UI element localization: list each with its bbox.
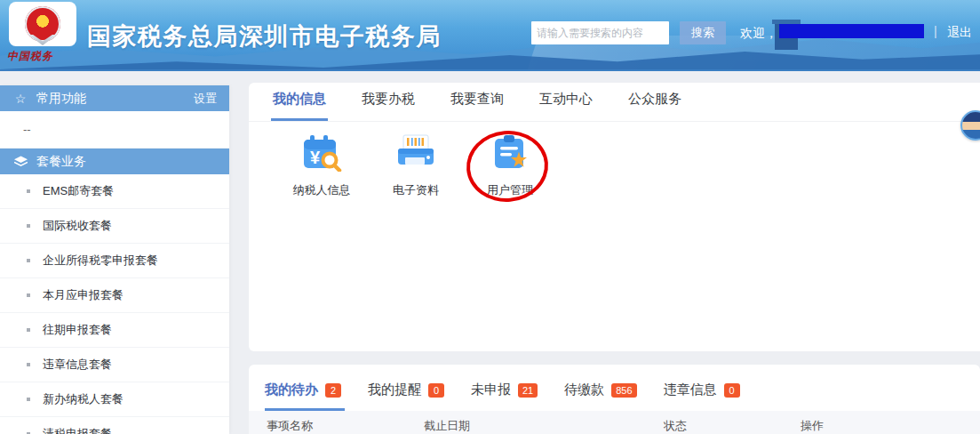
sidebar-item-past-period-filing-package[interactable]: 往期申报套餐: [0, 313, 229, 348]
header-divider: |: [934, 24, 937, 38]
national-tax-emblem-icon: [25, 6, 60, 42]
sidebar-item-label: 新办纳税人套餐: [43, 391, 123, 407]
column-header-deadline: 截止日期: [424, 418, 664, 434]
tax-bureau-logo: [9, 2, 76, 46]
bullet-icon: [27, 328, 30, 332]
shortcut-label: 电子资料: [393, 182, 439, 198]
bullet-icon: [27, 398, 30, 401]
shortcut-label: 纳税人信息: [293, 182, 351, 198]
sidebar-item-label: 清税申报套餐: [43, 426, 112, 434]
todo-tab-label: 待缴款: [564, 382, 604, 398]
star-icon: ☆: [12, 92, 28, 105]
main-tab-bar: 我的信息 我要办税 我要查询 互动中心 公众服务: [249, 83, 980, 122]
user-management-icon: [490, 134, 530, 172]
bullet-icon: [27, 189, 30, 193]
sidebar-section-label: 常用功能: [36, 91, 86, 107]
sidebar-section-common-functions: ☆ 常用功能 设置: [0, 85, 229, 111]
todo-table-header: 事项名称 截止日期 状态 操作: [249, 411, 980, 434]
bullet-icon: [27, 363, 30, 366]
sidebar-item-ems-package[interactable]: EMS邮寄套餐: [0, 174, 229, 209]
sidebar-section-label: 套餐业务: [36, 154, 86, 170]
todo-badge: 2: [325, 383, 341, 398]
site-header: 中国税务 国家税务总局深圳市电子税务局 搜索 欢迎， | 退出: [0, 0, 980, 71]
todo-badge: 0: [428, 383, 444, 398]
sidebar-item-label: 企业所得税零申报套餐: [43, 253, 158, 269]
tab-my-todo[interactable]: 我的待办 2: [265, 382, 345, 411]
sidebar-item-current-month-filing-package[interactable]: 本月应申报套餐: [0, 278, 229, 313]
shortcut-group: ¥ 纳税人信息: [249, 122, 980, 198]
bullet-icon: [27, 259, 30, 262]
search-button[interactable]: 搜索: [680, 21, 726, 44]
taxpayer-info-icon: ¥: [301, 134, 342, 172]
tab-public-services[interactable]: 公众服务: [626, 91, 683, 121]
todo-panel: 我的待办 2 我的提醒 0 未申报 21 待缴款 856 违章信息 0 事项名称…: [249, 365, 980, 434]
sidebar-item-label: 违章信息套餐: [43, 357, 112, 373]
logout-link[interactable]: 退出: [947, 25, 972, 41]
todo-badge: 0: [724, 383, 740, 398]
svg-text:¥: ¥: [310, 148, 321, 167]
sidebar-item-label: 国际税收套餐: [43, 218, 112, 234]
my-info-panel: 我的信息 我要办税 我要查询 互动中心 公众服务 ¥ 纳税人信息: [249, 83, 980, 351]
sidebar-section-package-business: 套餐业务: [0, 149, 229, 174]
search-input[interactable]: [531, 21, 669, 44]
column-header-status: 状态: [664, 418, 801, 434]
layers-icon: [12, 156, 28, 168]
sidebar-item-tax-clearance-package[interactable]: 清税申报套餐: [0, 417, 229, 434]
sidebar-item-label: 本月应申报套餐: [43, 287, 123, 303]
tab-violation-info[interactable]: 违章信息 0: [664, 382, 744, 411]
tab-handle-tax[interactable]: 我要办税: [360, 91, 417, 121]
shortcut-electronic-documents[interactable]: 电子资料: [377, 134, 455, 198]
shortcut-user-management[interactable]: 用户管理: [471, 134, 549, 198]
tab-pending-payment[interactable]: 待缴款 856: [564, 382, 640, 411]
redacted-username: [779, 24, 924, 38]
todo-badge: 856: [611, 383, 636, 398]
todo-tab-bar: 我的待办 2 我的提醒 0 未申报 21 待缴款 856 违章信息 0: [249, 365, 980, 411]
tab-interaction-center[interactable]: 互动中心: [538, 91, 594, 121]
settings-link[interactable]: 设置: [194, 91, 217, 107]
column-header-operation: 操作: [801, 418, 980, 434]
sidebar-item-label: EMS邮寄套餐: [43, 183, 114, 199]
sidebar-item-new-taxpayer-package[interactable]: 新办纳税人套餐: [0, 382, 229, 417]
sidebar-item-label: 往期申报套餐: [43, 322, 112, 338]
site-title: 国家税务总局深圳市电子税务局: [87, 20, 442, 52]
shortcut-label: 用户管理: [487, 182, 533, 198]
sidebar-empty-item: --: [0, 111, 229, 149]
sidebar-package-list: EMS邮寄套餐 国际税收套餐 企业所得税零申报套餐 本月应申报套餐 往期申报套餐…: [0, 174, 229, 434]
tab-query[interactable]: 我要查询: [449, 91, 506, 121]
welcome-label: 欢迎，: [740, 26, 777, 42]
todo-badge: 21: [518, 383, 538, 398]
todo-tab-label: 违章信息: [664, 382, 717, 398]
tab-my-reminders[interactable]: 我的提醒 0: [368, 382, 448, 411]
todo-tab-label: 我的提醒: [368, 382, 421, 398]
sidebar: ☆ 常用功能 设置 -- 套餐业务 EMS邮寄套餐 国际税收套餐 企业所得税零申…: [0, 85, 229, 434]
e-document-icon: [395, 134, 436, 172]
bullet-icon: [27, 224, 30, 228]
shortcut-taxpayer-info[interactable]: ¥ 纳税人信息: [283, 134, 361, 198]
tab-undeclared[interactable]: 未申报 21: [471, 382, 541, 411]
sidebar-item-violation-info-package[interactable]: 违章信息套餐: [0, 348, 229, 382]
bullet-icon: [27, 293, 30, 297]
sidebar-item-international-tax-package[interactable]: 国际税收套餐: [0, 209, 229, 244]
todo-tab-label: 未申报: [471, 382, 511, 398]
logo-caption: 中国税务: [7, 49, 78, 64]
column-header-item-name: 事项名称: [267, 418, 424, 434]
todo-tab-label: 我的待办: [265, 382, 318, 398]
tab-my-information[interactable]: 我的信息: [271, 91, 328, 121]
sidebar-item-cit-zero-filing-package[interactable]: 企业所得税零申报套餐: [0, 244, 229, 278]
